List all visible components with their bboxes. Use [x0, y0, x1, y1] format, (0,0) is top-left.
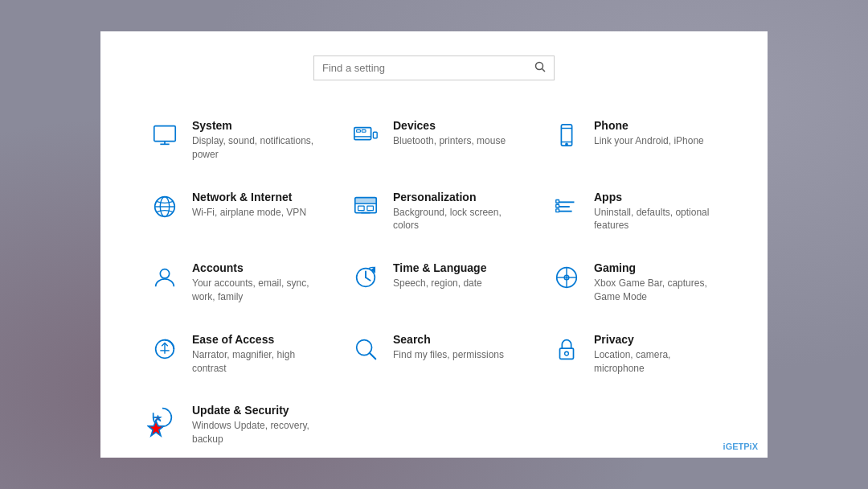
personalization-icon — [350, 191, 382, 223]
accounts-icon — [149, 261, 181, 294]
privacy-text: Privacy Location, camera, microphone — [594, 333, 719, 376]
settings-item-gaming[interactable]: Gaming Xbox Game Bar, captures, Game Mod… — [534, 247, 735, 318]
accounts-subtitle: Your accounts, email, sync, work, family — [192, 277, 317, 304]
update-text: Update & Security Windows Update, recove… — [192, 404, 317, 446]
apps-icon — [551, 191, 583, 223]
system-subtitle: Display, sound, notifications, power — [192, 134, 317, 162]
search-setting-title: Search — [393, 333, 504, 346]
time-title: Time & Language — [393, 261, 486, 274]
svg-rect-28 — [556, 208, 559, 212]
gaming-subtitle: Xbox Game Bar, captures, Game Mode — [594, 277, 719, 304]
system-text: System Display, sound, notifications, po… — [192, 119, 317, 162]
settings-grid: System Display, sound, notifications, po… — [133, 105, 735, 461]
svg-line-1 — [542, 69, 546, 72]
settings-item-ease[interactable]: Ease of Access Narrator, magnifier, high… — [133, 318, 334, 390]
gaming-icon — [551, 261, 583, 294]
svg-line-32 — [366, 277, 371, 281]
svg-marker-45 — [148, 421, 164, 436]
svg-rect-2 — [154, 126, 175, 142]
update-title: Update & Security — [192, 404, 317, 417]
settings-item-network[interactable]: Network & Internet Wi-Fi, airplane mode,… — [133, 176, 334, 248]
search-bar[interactable] — [313, 55, 555, 80]
svg-point-29 — [160, 269, 169, 278]
svg-rect-26 — [556, 199, 559, 203]
gaming-text: Gaming Xbox Game Bar, captures, Game Mod… — [594, 261, 719, 304]
apps-subtitle: Uninstall, defaults, optional features — [594, 206, 719, 233]
settings-window: System Display, sound, notifications, po… — [100, 31, 768, 458]
privacy-icon — [551, 333, 583, 365]
svg-rect-42 — [560, 348, 574, 359]
time-subtitle: Speech, region, date — [393, 277, 486, 290]
search-setting-icon — [350, 333, 382, 365]
svg-rect-20 — [358, 206, 365, 211]
svg-point-13 — [566, 143, 567, 145]
apps-text: Apps Uninstall, defaults, optional featu… — [594, 191, 719, 233]
privacy-subtitle: Location, camera, microphone — [594, 348, 719, 376]
network-icon — [149, 191, 181, 223]
phone-subtitle: Link your Android, iPhone — [594, 134, 704, 148]
personalization-subtitle: Background, lock screen, colors — [393, 206, 518, 233]
gaming-title: Gaming — [594, 261, 719, 274]
ease-text: Ease of Access Narrator, magnifier, high… — [192, 333, 317, 376]
settings-item-accounts[interactable]: Accounts Your accounts, email, sync, wor… — [133, 247, 334, 318]
personalization-text: Personalization Background, lock screen,… — [393, 191, 518, 233]
phone-icon — [551, 119, 583, 151]
time-text: Time & Language Speech, region, date — [393, 261, 486, 290]
settings-item-time[interactable]: Time & Language Speech, region, date — [334, 247, 534, 318]
personalization-title: Personalization — [393, 191, 518, 203]
ease-title: Ease of Access — [192, 333, 317, 346]
settings-item-phone[interactable]: Phone Link your Android, iPhone — [534, 105, 735, 176]
devices-icon — [350, 119, 382, 151]
search-bar-container — [313, 55, 555, 80]
svg-rect-8 — [357, 129, 361, 132]
settings-item-system[interactable]: System Display, sound, notifications, po… — [133, 105, 334, 176]
settings-item-search[interactable]: Search Find my files, permissions — [334, 318, 534, 390]
search-input[interactable] — [322, 62, 534, 74]
watermark: iGETPiX — [723, 442, 758, 451]
svg-line-41 — [370, 353, 376, 360]
search-setting-subtitle: Find my files, permissions — [393, 348, 504, 362]
privacy-title: Privacy — [594, 333, 719, 346]
system-icon — [149, 119, 181, 151]
phone-text: Phone Link your Android, iPhone — [594, 119, 704, 148]
network-subtitle: Wi-Fi, airplane mode, VPN — [192, 206, 306, 220]
ease-subtitle: Narrator, magnifier, high contrast — [192, 348, 317, 376]
settings-item-personalization[interactable]: Personalization Background, lock screen,… — [334, 176, 534, 248]
devices-subtitle: Bluetooth, printers, mouse — [393, 134, 506, 148]
apps-title: Apps — [594, 191, 719, 203]
network-title: Network & Internet — [192, 191, 306, 203]
search-setting-text: Search Find my files, permissions — [393, 333, 504, 362]
devices-title: Devices — [393, 119, 506, 132]
phone-title: Phone — [594, 119, 704, 132]
ease-icon — [149, 333, 181, 365]
svg-point-43 — [565, 351, 569, 355]
network-text: Network & Internet Wi-Fi, airplane mode,… — [192, 191, 306, 220]
svg-point-0 — [536, 63, 543, 70]
update-subtitle: Windows Update, recovery, backup — [192, 419, 317, 446]
settings-item-update[interactable]: Update & Security Windows Update, recove… — [133, 389, 334, 461]
system-title: System — [192, 119, 317, 132]
svg-rect-27 — [556, 204, 559, 208]
svg-rect-10 — [561, 125, 571, 146]
svg-rect-21 — [367, 206, 374, 211]
svg-rect-9 — [362, 129, 366, 132]
update-icon — [149, 404, 181, 436]
time-icon — [350, 261, 382, 294]
svg-rect-6 — [373, 132, 377, 138]
svg-rect-18 — [355, 197, 376, 203]
settings-item-devices[interactable]: Devices Bluetooth, printers, mouse — [334, 105, 534, 176]
accounts-title: Accounts — [192, 261, 317, 274]
svg-rect-5 — [354, 128, 371, 140]
settings-item-privacy[interactable]: Privacy Location, camera, microphone — [534, 318, 735, 390]
search-icon — [534, 61, 546, 75]
devices-text: Devices Bluetooth, printers, mouse — [393, 119, 506, 148]
accounts-text: Accounts Your accounts, email, sync, wor… — [192, 261, 317, 304]
settings-item-apps[interactable]: Apps Uninstall, defaults, optional featu… — [534, 176, 735, 248]
